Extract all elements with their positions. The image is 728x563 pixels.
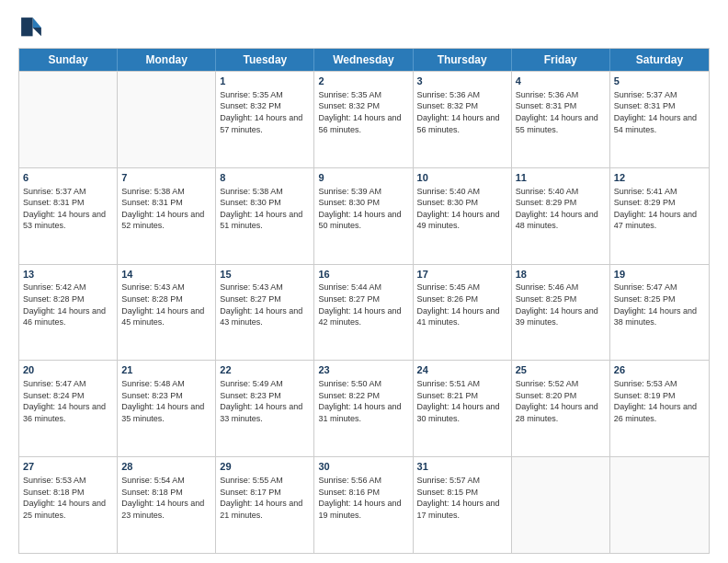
cell-text: Sunrise: 5:47 AMSunset: 8:24 PMDaylight:… bbox=[23, 378, 113, 424]
calendar-cell: 11Sunrise: 5:40 AMSunset: 8:29 PMDayligh… bbox=[512, 168, 610, 264]
calendar-cell: 14Sunrise: 5:43 AMSunset: 8:28 PMDayligh… bbox=[118, 265, 216, 361]
day-number: 13 bbox=[23, 268, 113, 282]
cell-text: Sunrise: 5:41 AMSunset: 8:29 PMDaylight:… bbox=[614, 186, 705, 232]
day-number: 10 bbox=[417, 171, 507, 185]
cell-text: Sunrise: 5:51 AMSunset: 8:21 PMDaylight:… bbox=[417, 378, 507, 424]
weekday-header: Wednesday bbox=[314, 49, 413, 71]
day-number: 20 bbox=[23, 363, 113, 377]
calendar-cell: 30Sunrise: 5:56 AMSunset: 8:16 PMDayligh… bbox=[314, 457, 413, 553]
calendar-row: 20Sunrise: 5:47 AMSunset: 8:24 PMDayligh… bbox=[19, 360, 709, 456]
weekday-header: Friday bbox=[512, 49, 610, 71]
day-number: 15 bbox=[220, 268, 310, 282]
cell-text: Sunrise: 5:55 AMSunset: 8:17 PMDaylight:… bbox=[220, 475, 310, 521]
day-number: 22 bbox=[220, 363, 310, 377]
calendar-cell: 3Sunrise: 5:36 AMSunset: 8:32 PMDaylight… bbox=[414, 72, 512, 167]
svg-marker-0 bbox=[33, 17, 41, 28]
calendar-cell: 13Sunrise: 5:42 AMSunset: 8:28 PMDayligh… bbox=[19, 265, 118, 361]
calendar-header: SundayMondayTuesdayWednesdayThursdayFrid… bbox=[19, 49, 709, 71]
cell-text: Sunrise: 5:40 AMSunset: 8:30 PMDaylight:… bbox=[417, 186, 507, 232]
cell-text: Sunrise: 5:57 AMSunset: 8:15 PMDaylight:… bbox=[417, 475, 507, 521]
page: SundayMondayTuesdayWednesdayThursdayFrid… bbox=[0, 0, 728, 563]
day-number: 12 bbox=[614, 171, 705, 185]
cell-text: Sunrise: 5:40 AMSunset: 8:29 PMDaylight:… bbox=[516, 186, 606, 232]
calendar-cell: 9Sunrise: 5:39 AMSunset: 8:30 PMDaylight… bbox=[314, 168, 413, 264]
cell-text: Sunrise: 5:56 AMSunset: 8:16 PMDaylight:… bbox=[318, 475, 408, 521]
cell-text: Sunrise: 5:37 AMSunset: 8:31 PMDaylight:… bbox=[614, 89, 705, 135]
day-number: 14 bbox=[121, 268, 211, 282]
svg-rect-2 bbox=[21, 17, 32, 36]
calendar-cell: 28Sunrise: 5:54 AMSunset: 8:18 PMDayligh… bbox=[118, 457, 216, 553]
calendar-cell: 4Sunrise: 5:36 AMSunset: 8:31 PMDaylight… bbox=[512, 72, 610, 167]
day-number: 3 bbox=[417, 75, 507, 88]
cell-text: Sunrise: 5:54 AMSunset: 8:18 PMDaylight:… bbox=[121, 475, 211, 521]
calendar-cell: 10Sunrise: 5:40 AMSunset: 8:30 PMDayligh… bbox=[414, 168, 512, 264]
calendar-cell: 16Sunrise: 5:44 AMSunset: 8:27 PMDayligh… bbox=[314, 265, 413, 361]
day-number: 17 bbox=[417, 268, 507, 282]
cell-text: Sunrise: 5:38 AMSunset: 8:30 PMDaylight:… bbox=[220, 186, 310, 232]
calendar-cell: 18Sunrise: 5:46 AMSunset: 8:25 PMDayligh… bbox=[512, 265, 610, 361]
day-number: 4 bbox=[516, 75, 606, 88]
day-number: 6 bbox=[23, 171, 113, 185]
calendar: SundayMondayTuesdayWednesdayThursdayFrid… bbox=[18, 48, 710, 554]
day-number: 25 bbox=[516, 363, 606, 377]
calendar-row: 6Sunrise: 5:37 AMSunset: 8:31 PMDaylight… bbox=[19, 167, 709, 264]
calendar-cell: 15Sunrise: 5:43 AMSunset: 8:27 PMDayligh… bbox=[216, 265, 314, 361]
weekday-header: Sunday bbox=[19, 49, 118, 71]
calendar-cell: 20Sunrise: 5:47 AMSunset: 8:24 PMDayligh… bbox=[19, 361, 118, 456]
cell-text: Sunrise: 5:50 AMSunset: 8:22 PMDaylight:… bbox=[318, 378, 408, 424]
cell-text: Sunrise: 5:53 AMSunset: 8:19 PMDaylight:… bbox=[614, 378, 705, 424]
calendar-cell bbox=[118, 72, 216, 167]
logo-icon bbox=[18, 15, 44, 40]
day-number: 30 bbox=[318, 460, 408, 474]
calendar-cell: 1Sunrise: 5:35 AMSunset: 8:32 PMDaylight… bbox=[216, 72, 314, 167]
calendar-cell: 7Sunrise: 5:38 AMSunset: 8:31 PMDaylight… bbox=[118, 168, 216, 264]
day-number: 8 bbox=[220, 171, 310, 185]
cell-text: Sunrise: 5:49 AMSunset: 8:23 PMDaylight:… bbox=[220, 378, 310, 424]
calendar-cell: 6Sunrise: 5:37 AMSunset: 8:31 PMDaylight… bbox=[19, 168, 118, 264]
cell-text: Sunrise: 5:53 AMSunset: 8:18 PMDaylight:… bbox=[23, 475, 113, 521]
day-number: 18 bbox=[516, 268, 606, 282]
calendar-cell: 25Sunrise: 5:52 AMSunset: 8:20 PMDayligh… bbox=[512, 361, 610, 456]
weekday-header: Saturday bbox=[610, 49, 709, 71]
cell-text: Sunrise: 5:39 AMSunset: 8:30 PMDaylight:… bbox=[318, 186, 408, 232]
cell-text: Sunrise: 5:38 AMSunset: 8:31 PMDaylight:… bbox=[121, 186, 211, 232]
calendar-cell: 2Sunrise: 5:35 AMSunset: 8:32 PMDaylight… bbox=[314, 72, 413, 167]
cell-text: Sunrise: 5:44 AMSunset: 8:27 PMDaylight:… bbox=[318, 282, 408, 327]
day-number: 11 bbox=[516, 171, 606, 185]
svg-marker-1 bbox=[33, 28, 41, 36]
day-number: 2 bbox=[318, 75, 408, 88]
day-number: 31 bbox=[417, 460, 507, 474]
calendar-cell: 31Sunrise: 5:57 AMSunset: 8:15 PMDayligh… bbox=[414, 457, 512, 553]
day-number: 16 bbox=[318, 268, 408, 282]
day-number: 28 bbox=[121, 460, 211, 474]
calendar-cell: 12Sunrise: 5:41 AMSunset: 8:29 PMDayligh… bbox=[610, 168, 709, 264]
day-number: 24 bbox=[417, 363, 507, 377]
calendar-cell: 21Sunrise: 5:48 AMSunset: 8:23 PMDayligh… bbox=[118, 361, 216, 456]
cell-text: Sunrise: 5:35 AMSunset: 8:32 PMDaylight:… bbox=[318, 89, 408, 135]
calendar-cell: 24Sunrise: 5:51 AMSunset: 8:21 PMDayligh… bbox=[414, 361, 512, 456]
weekday-header: Tuesday bbox=[216, 49, 314, 71]
calendar-cell: 22Sunrise: 5:49 AMSunset: 8:23 PMDayligh… bbox=[216, 361, 314, 456]
cell-text: Sunrise: 5:43 AMSunset: 8:27 PMDaylight:… bbox=[220, 282, 310, 327]
day-number: 1 bbox=[220, 75, 310, 88]
day-number: 27 bbox=[23, 460, 113, 474]
calendar-cell: 23Sunrise: 5:50 AMSunset: 8:22 PMDayligh… bbox=[314, 361, 413, 456]
calendar-row: 1Sunrise: 5:35 AMSunset: 8:32 PMDaylight… bbox=[19, 71, 709, 167]
day-number: 7 bbox=[121, 171, 211, 185]
weekday-header: Thursday bbox=[414, 49, 512, 71]
calendar-cell: 19Sunrise: 5:47 AMSunset: 8:25 PMDayligh… bbox=[610, 265, 709, 361]
calendar-cell: 17Sunrise: 5:45 AMSunset: 8:26 PMDayligh… bbox=[414, 265, 512, 361]
cell-text: Sunrise: 5:35 AMSunset: 8:32 PMDaylight:… bbox=[220, 89, 310, 135]
calendar-body: 1Sunrise: 5:35 AMSunset: 8:32 PMDaylight… bbox=[19, 71, 709, 553]
day-number: 5 bbox=[614, 75, 705, 88]
cell-text: Sunrise: 5:48 AMSunset: 8:23 PMDaylight:… bbox=[121, 378, 211, 424]
cell-text: Sunrise: 5:37 AMSunset: 8:31 PMDaylight:… bbox=[23, 186, 113, 232]
cell-text: Sunrise: 5:46 AMSunset: 8:25 PMDaylight:… bbox=[516, 282, 606, 327]
cell-text: Sunrise: 5:43 AMSunset: 8:28 PMDaylight:… bbox=[121, 282, 211, 327]
calendar-row: 27Sunrise: 5:53 AMSunset: 8:18 PMDayligh… bbox=[19, 456, 709, 553]
day-number: 26 bbox=[614, 363, 705, 377]
header bbox=[18, 15, 710, 40]
cell-text: Sunrise: 5:45 AMSunset: 8:26 PMDaylight:… bbox=[417, 282, 507, 327]
day-number: 29 bbox=[220, 460, 310, 474]
calendar-cell bbox=[19, 72, 118, 167]
